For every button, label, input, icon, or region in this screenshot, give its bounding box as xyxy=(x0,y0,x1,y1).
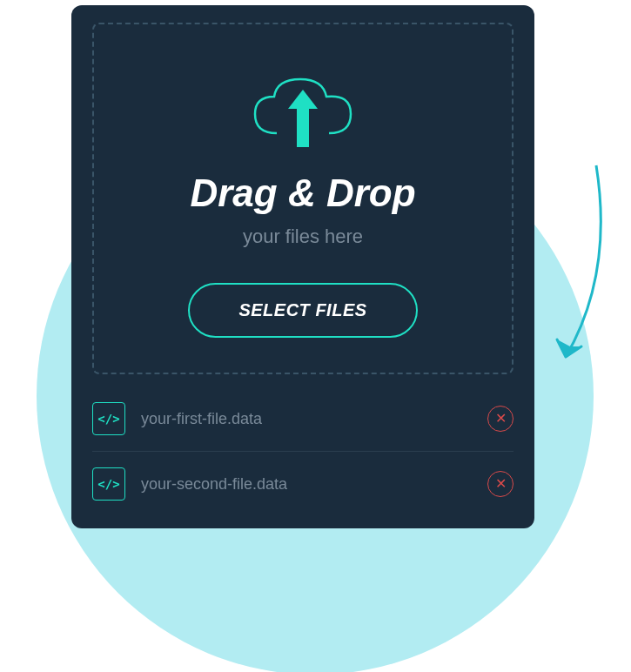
file-row: </> your-first-file.data ✕ xyxy=(92,386,514,451)
upload-card: Drag & Drop your files here SELECT FILES… xyxy=(71,5,534,528)
close-icon: ✕ xyxy=(495,412,507,426)
file-list: </> your-first-file.data ✕ </> your-seco… xyxy=(92,374,514,528)
dropzone-title: Drag & Drop xyxy=(190,171,415,215)
code-file-icon: </> xyxy=(92,467,125,501)
remove-file-button[interactable]: ✕ xyxy=(487,406,514,432)
close-icon: ✕ xyxy=(495,477,507,491)
dropzone[interactable]: Drag & Drop your files here SELECT FILES xyxy=(92,23,514,374)
cloud-upload-icon xyxy=(246,72,359,154)
select-files-button[interactable]: SELECT FILES xyxy=(188,283,417,338)
code-file-icon: </> xyxy=(92,402,125,435)
file-name-label: your-first-file.data xyxy=(141,410,487,428)
file-name-label: your-second-file.data xyxy=(141,475,487,494)
svg-rect-0 xyxy=(297,105,309,147)
dropzone-subtitle: your files here xyxy=(243,225,363,248)
remove-file-button[interactable]: ✕ xyxy=(487,471,514,497)
file-row: </> your-second-file.data ✕ xyxy=(92,452,514,516)
arrow-curve-decoration xyxy=(540,161,609,379)
